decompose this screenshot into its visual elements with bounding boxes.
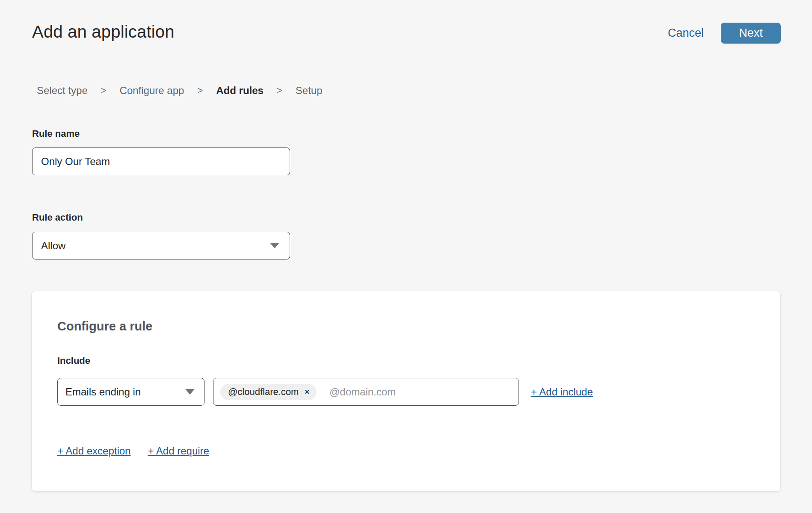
configure-rule-card: Configure a rule Include Emails ending i…: [31, 291, 781, 492]
chevron-down-icon: [185, 389, 195, 395]
card-bottom-links: + Add exception + Add require: [57, 445, 209, 457]
breadcrumb-step-setup[interactable]: Setup: [296, 85, 323, 97]
breadcrumb-separator: >: [101, 85, 107, 96]
breadcrumb: Select type > Configure app > Add rules …: [37, 85, 323, 97]
cancel-button[interactable]: Cancel: [668, 27, 704, 40]
include-selector-value: Emails ending in: [65, 386, 141, 398]
breadcrumb-separator: >: [277, 85, 282, 96]
breadcrumb-step-configure-app[interactable]: Configure app: [120, 85, 184, 97]
breadcrumb-step-add-rules[interactable]: Add rules: [216, 85, 264, 97]
include-value-tag-input[interactable]: @cloudflare.com ✕: [213, 378, 519, 406]
chip-label: @cloudflare.com: [228, 386, 299, 398]
email-domain-chip: @cloudflare.com ✕: [220, 384, 317, 400]
rule-name-input[interactable]: [32, 147, 290, 175]
rule-action-label: Rule action: [32, 212, 83, 223]
include-label: Include: [57, 355, 90, 366]
rule-name-label: Rule name: [32, 128, 80, 139]
chip-remove-icon[interactable]: ✕: [304, 389, 310, 395]
rule-action-select[interactable]: Allow: [32, 232, 290, 259]
next-button[interactable]: Next: [721, 23, 781, 44]
add-exception-link[interactable]: + Add exception: [57, 445, 130, 457]
add-require-link[interactable]: + Add require: [148, 445, 209, 457]
include-selector-select[interactable]: Emails ending in: [57, 378, 204, 406]
include-rule-row: Emails ending in @cloudflare.com ✕ + Add…: [57, 378, 593, 406]
rule-action-selected-value: Allow: [41, 240, 65, 252]
breadcrumb-step-select-type[interactable]: Select type: [37, 85, 88, 97]
email-domain-input[interactable]: [329, 386, 512, 398]
chevron-down-icon: [270, 243, 279, 248]
add-include-link[interactable]: + Add include: [531, 386, 593, 398]
card-title: Configure a rule: [57, 319, 152, 333]
breadcrumb-separator: >: [197, 85, 203, 96]
header-actions: Cancel Next: [668, 23, 781, 44]
page-title: Add an application: [32, 22, 175, 41]
